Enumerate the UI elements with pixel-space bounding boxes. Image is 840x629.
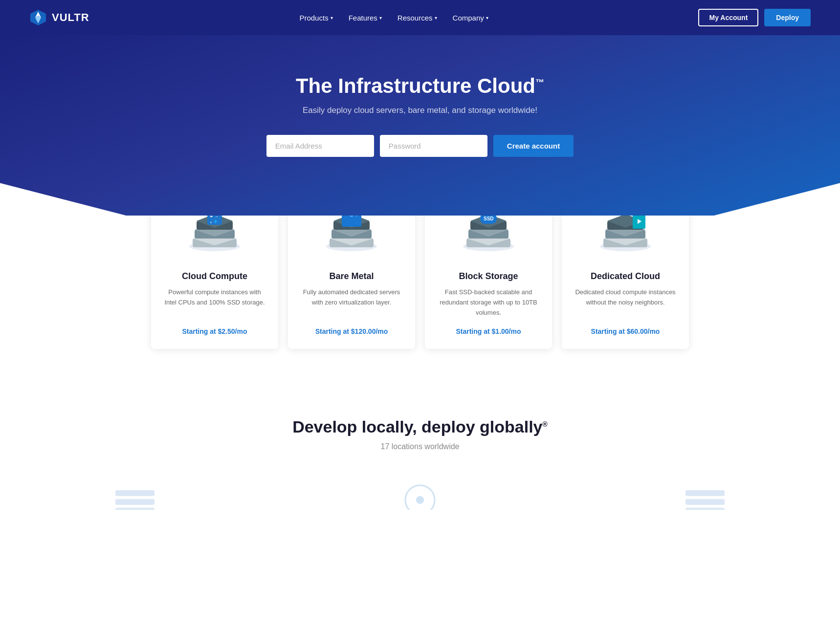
nav-products[interactable]: Products ▾ xyxy=(299,14,332,22)
hero-title: The Infrastructure Cloud™ xyxy=(10,74,830,98)
bare-metal-desc: Fully automated dedicated servers with z… xyxy=(300,287,403,318)
cloud-compute-price: Starting at $2.50/mo xyxy=(182,327,247,335)
svg-rect-51 xyxy=(685,508,725,510)
password-input[interactable] xyxy=(380,135,487,157)
dedicated-cloud-price: Starting at $60.00/mo xyxy=(591,327,660,335)
svg-rect-49 xyxy=(685,490,725,496)
logo-text: VULTR xyxy=(52,11,89,24)
svg-rect-44 xyxy=(115,490,155,496)
nav-links: Products ▾ Features ▾ Resources ▾ Compan… xyxy=(299,14,488,22)
cloud-compute-desc: Powerful compute instances with Intel CP… xyxy=(163,287,266,318)
dedicated-cloud-desc: Dedicated cloud compute instances withou… xyxy=(574,287,677,318)
deploy-section: Develop locally, deploy globally® 17 loc… xyxy=(0,378,840,471)
svg-rect-46 xyxy=(115,508,155,510)
chevron-down-icon: ▾ xyxy=(379,15,382,21)
svg-text:SSD: SSD xyxy=(484,216,494,221)
block-storage-title: Block Storage xyxy=(459,271,518,282)
dedicated-cloud-title: Dedicated Cloud xyxy=(591,271,660,282)
cloud-compute-title: Cloud Compute xyxy=(182,271,247,282)
deploy-button[interactable]: Deploy xyxy=(764,9,811,26)
svg-rect-50 xyxy=(685,499,725,505)
hero-subtitle: Easily deploy cloud servers, bare metal,… xyxy=(10,106,830,115)
deploy-title: Develop locally, deploy globally® xyxy=(10,417,830,436)
deco-center xyxy=(371,480,469,510)
email-input[interactable] xyxy=(266,135,374,157)
my-account-button[interactable]: My Account xyxy=(698,9,758,26)
svg-rect-45 xyxy=(115,499,155,505)
bottom-decoration xyxy=(0,471,840,510)
nav-features[interactable]: Features ▾ xyxy=(349,14,382,22)
bare-metal-title: Bare Metal xyxy=(329,271,374,282)
svg-point-48 xyxy=(416,496,424,504)
nav-resources[interactable]: Resources ▾ xyxy=(398,14,437,22)
svg-text:+: + xyxy=(214,217,218,225)
block-storage-desc: Fast SSD-backed scalable and redundant s… xyxy=(437,287,540,318)
navbar: VULTR Products ▾ Features ▾ Resources ▾ … xyxy=(0,0,840,35)
chevron-down-icon: ▾ xyxy=(486,15,488,21)
chevron-down-icon: ▾ xyxy=(435,15,437,21)
hero-form: Create account xyxy=(10,135,830,157)
logo-link[interactable]: VULTR xyxy=(29,9,89,26)
deco-right xyxy=(632,480,729,510)
nav-actions: My Account Deploy xyxy=(698,9,811,26)
hero-section: The Infrastructure Cloud™ Easily deploy … xyxy=(0,35,840,216)
block-storage-price: Starting at $1.00/mo xyxy=(456,327,521,335)
chevron-down-icon: ▾ xyxy=(331,15,333,21)
create-account-button[interactable]: Create account xyxy=(493,135,574,157)
deploy-subtitle: 17 locations worldwide xyxy=(10,442,830,451)
bare-metal-price: Starting at $120.00/mo xyxy=(315,327,388,335)
nav-company[interactable]: Company ▾ xyxy=(453,14,488,22)
svg-text:+: + xyxy=(210,220,212,225)
vultr-logo-icon xyxy=(29,9,47,26)
deco-left xyxy=(111,480,208,510)
